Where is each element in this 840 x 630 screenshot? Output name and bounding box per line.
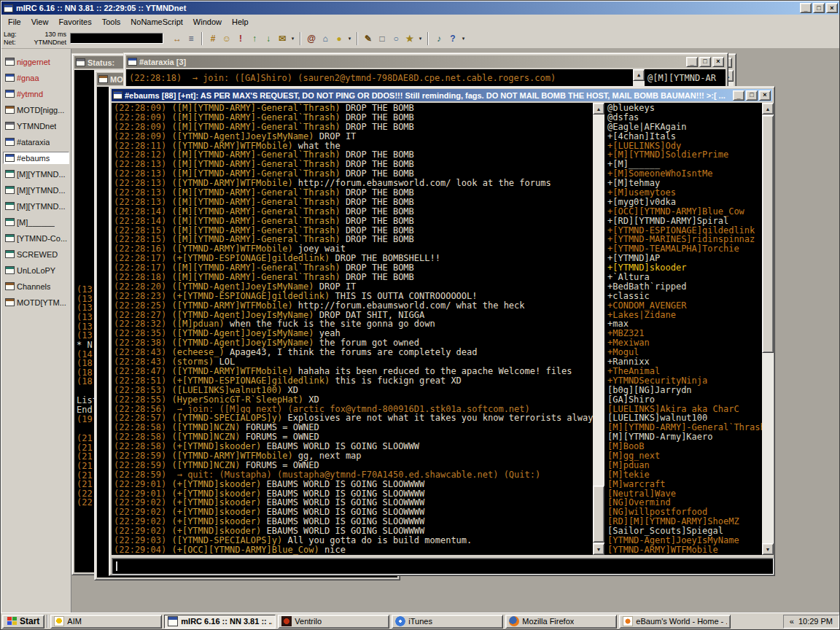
scroll-up-icon[interactable]: ▲ <box>762 103 774 114</box>
nicklist-item[interactable]: +[OCC][YTMND-ARMY]Blue_Cow <box>607 207 762 217</box>
nicklist-item[interactable]: +MBZ321 <box>607 329 762 338</box>
taskbar-button[interactable]: Mozilla Firefox <box>505 615 617 629</box>
scroll-up-icon[interactable]: ▲ <box>633 69 645 81</box>
switchbar-item[interactable]: [M][YTMND... <box>3 168 69 180</box>
nicklist-item[interactable]: [M]pduan <box>607 461 762 470</box>
maximize-button[interactable]: □ <box>699 57 711 67</box>
minimize-button[interactable]: _ <box>800 3 812 13</box>
nicklist-item[interactable]: [M]tekie <box>607 470 762 480</box>
switchbar-item[interactable]: MOTD[nigg... <box>3 104 69 116</box>
taskbar-button[interactable]: Ventrilo <box>278 615 389 629</box>
nicklist-item[interactable]: @bluekeys <box>607 104 762 113</box>
nicklist-item[interactable]: [YTMND-Agent]JoeyIsMyName <box>607 536 762 545</box>
address-book-icon[interactable]: @ <box>305 32 318 45</box>
theme-icon[interactable]: ★ <box>403 32 416 45</box>
scroll-down-icon[interactable]: ▼ <box>593 543 604 555</box>
taskbar-button[interactable]: AIM <box>50 615 162 629</box>
switchbar-item[interactable]: [M][YTMND... <box>3 184 69 196</box>
nicklist-item[interactable]: +[myg0t]v0dka <box>607 198 762 207</box>
scroll-down-icon[interactable]: ▼ <box>762 543 774 555</box>
notepad-icon[interactable]: □ <box>376 32 389 45</box>
start-button[interactable]: Start <box>2 615 44 629</box>
nicklist-item[interactable]: [M][YTMND-ARMY]-General`Thrash <box>607 423 762 432</box>
toolbar-dropdown-icon[interactable]: ▾ <box>460 32 467 45</box>
query-icon[interactable]: ☺ <box>220 32 233 45</box>
switchbar-item[interactable]: YTMNDnet <box>3 120 69 132</box>
minimize-button[interactable]: _ <box>733 90 744 101</box>
close-button[interactable]: × <box>712 57 724 67</box>
dcc-send-icon[interactable]: ↑ <box>248 32 261 45</box>
options-icon[interactable]: ≡ <box>184 32 198 45</box>
nicklist-item[interactable]: +`Altura <box>607 273 762 282</box>
nicklist-item[interactable]: [NG]Overmind <box>607 498 762 508</box>
switchbar-item[interactable]: #ytmnd <box>3 88 69 100</box>
switchbar-item[interactable]: [M][YTMND... <box>3 200 69 212</box>
nicklist-item[interactable]: +[M]tehmay <box>607 179 762 188</box>
nicklist-item[interactable]: +[YTMND-ESPIONAGE]gildedlink <box>607 226 762 236</box>
nicklist-item[interactable]: +Rannixx <box>607 357 762 367</box>
nicklist-item[interactable]: +TheAnimal <box>607 367 762 376</box>
chat-scrollbar[interactable]: ▲ ▼ <box>593 103 604 555</box>
nicklist-scrollbar[interactable]: ▲ ▼ <box>762 103 774 555</box>
scripts-editor-icon[interactable]: ✎ <box>362 32 375 45</box>
taskbar-button[interactable]: eBaum's World - Home - ... <box>619 615 731 629</box>
channel-list-icon[interactable]: # <box>206 32 219 45</box>
nicklist-item[interactable]: +[M][YTMND]SoldierPrime <box>607 150 762 160</box>
tray-chevron-icon[interactable]: « <box>790 617 794 626</box>
switchbar-item[interactable]: [YTMND-Co... <box>3 232 69 244</box>
nicklist-item[interactable]: +CONDOM_AVENGER <box>607 301 762 311</box>
nicklist-item[interactable]: [Neutral]Wave <box>607 489 762 499</box>
nicklist-item[interactable]: [LUELINKS]walnut100 <box>607 413 762 423</box>
menu-item-view[interactable]: View <box>26 16 54 28</box>
nicklist-item[interactable]: +[YTMND]AP <box>607 254 762 263</box>
nicklist-item[interactable]: +[M]______ <box>607 160 762 169</box>
toolbar-dropdown-icon[interactable]: ▾ <box>289 32 296 45</box>
scroll-up-icon[interactable]: ▲ <box>593 103 604 114</box>
nicklist-item[interactable]: [RD][M][YTMND-ARMY]ShoeMZ <box>607 517 762 526</box>
nicklist-item[interactable]: [M][YTMND-Army]Kaero <box>607 432 762 442</box>
taskbar-button[interactable]: iTunes <box>392 615 503 629</box>
nicklist-item[interactable]: @Eagle|AFKAgain <box>607 122 762 132</box>
nicklist-item[interactable]: +[RD][YTMND-ARMY]Spiral <box>607 217 762 226</box>
switchbar-item[interactable]: Channels <box>3 280 69 292</box>
taskbar-button[interactable]: mIRC 6.16 :: NN 3.81 :: ... <box>164 615 276 629</box>
nicklist-item[interactable]: +[YTMND-TEAMALPHA]Torchie <box>607 244 762 254</box>
menu-item-tools[interactable]: Tools <box>97 16 126 28</box>
nicklist-item[interactable]: [M]gg_next <box>607 451 762 461</box>
nicklist-item[interactable]: +YTMNDSecurityNinja <box>607 376 762 386</box>
nicklist-item[interactable]: +Lakes|Zidane <box>607 311 762 320</box>
nicklist-item[interactable]: [YTMND-ARMY]WTFMobile <box>607 545 762 555</box>
nicklist-item[interactable]: +max <box>607 319 762 329</box>
menu-item-window[interactable]: Window <box>188 16 227 28</box>
switchbar-item[interactable]: SCREWED <box>3 248 69 260</box>
nicklist-item[interactable]: [M]BooB <box>607 442 762 451</box>
timer-icon[interactable]: ○ <box>389 32 402 45</box>
nicklist-item[interactable]: +[YTMND-MARINES]ridinspinnaz <box>607 235 762 244</box>
nicklist-item[interactable]: +[M]SomeoneWhoIsntMe <box>607 169 762 179</box>
nicklist-item[interactable]: [LUELINKS]Akira_aka_CharC <box>607 405 762 414</box>
ataraxia-titlebar[interactable]: #ataraxia [3] _ □ × <box>126 55 726 68</box>
switchbar-item[interactable]: #ataraxia <box>3 136 69 148</box>
menu-item-favorites[interactable]: Favorites <box>53 16 96 28</box>
url-list-icon[interactable]: ⌂ <box>319 32 332 45</box>
nicklist-item[interactable]: +[4chan]Itals <box>607 132 762 141</box>
menu-item-nonamescript[interactable]: NoNameScript <box>125 16 188 28</box>
maximize-button[interactable]: □ <box>746 90 758 101</box>
scroll-thumb[interactable] <box>593 486 604 542</box>
ebaums-window[interactable]: #ebaums [88] [+nt]: AS PER MAX'S REQUEST… <box>109 86 775 576</box>
nicklist-item[interactable]: [GA]Shiro <box>607 395 762 405</box>
menu-item-file[interactable]: File <box>3 16 26 28</box>
sound-icon[interactable]: ♪ <box>432 32 446 45</box>
nicklist-item[interactable]: [Sailor_Scouts]Spiegal <box>607 526 762 536</box>
toolbar-dropdown-icon[interactable]: ▾ <box>417 32 424 45</box>
maximize-button[interactable]: □ <box>813 3 825 13</box>
switchbar-item[interactable]: UnLoLoPY <box>3 264 69 276</box>
nicklist-item[interactable]: +Mexiwan <box>607 338 762 348</box>
close-button[interactable]: × <box>826 3 838 13</box>
nicklist-item[interactable]: +Mogul <box>607 348 762 357</box>
connect-icon[interactable]: ↔ <box>171 32 184 45</box>
switchbar-item[interactable]: MOTD[YTM... <box>3 296 69 308</box>
nicklist-item[interactable]: +BedBath`ripped <box>607 282 762 292</box>
message-input[interactable] <box>112 558 774 575</box>
notify-list-icon[interactable]: ! <box>234 32 247 45</box>
